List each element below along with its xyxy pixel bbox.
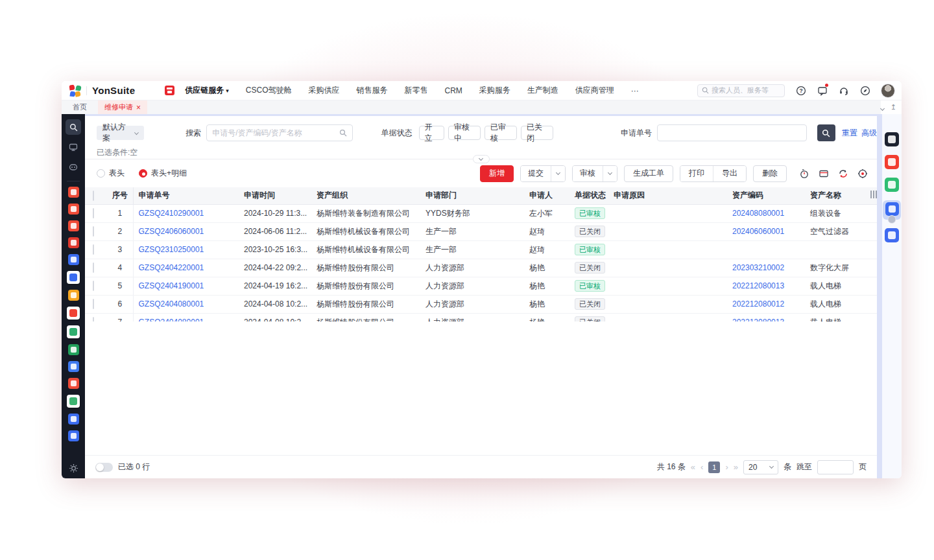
row-checkbox[interactable] [93, 262, 94, 273]
app-alert-red-icon[interactable] [68, 378, 79, 389]
audit-dropdown-icon[interactable] [603, 166, 617, 181]
audit-button[interactable]: 审核 [573, 166, 603, 181]
asset-code-link[interactable]: 202406060001 [732, 227, 784, 236]
doc-no-link[interactable]: GZSQ2406060001 [139, 227, 204, 236]
row-checkbox[interactable] [93, 208, 94, 218]
app-flow-green-icon[interactable] [67, 325, 80, 338]
print-button[interactable]: 打印 [680, 166, 713, 181]
store-icon[interactable] [165, 86, 174, 95]
asset-code-link[interactable]: 202212080012 [732, 299, 784, 309]
scroll-top-icon[interactable]: ↥ [891, 103, 896, 111]
generate-work-order-button[interactable]: 生成工单 [624, 165, 673, 182]
translate-icon[interactable] [885, 202, 899, 216]
tab-active[interactable]: 维修申请× [98, 100, 147, 114]
selected-rows-toggle[interactable] [95, 463, 113, 472]
asset-code-link[interactable]: 202408080001 [732, 209, 784, 218]
alert-icon[interactable] [885, 155, 899, 169]
doc-no-link[interactable]: GZSQ2410290001 [139, 209, 204, 218]
app-leaf-green-icon[interactable] [68, 344, 79, 355]
doc-no-link[interactable]: GZSQ2404080001 [139, 299, 204, 309]
status-option[interactable]: 已审核 [485, 126, 517, 140]
row-checkbox[interactable] [93, 299, 94, 309]
close-icon[interactable]: × [136, 104, 141, 111]
keyword-search-input[interactable]: 申请号/资产编码/资产名称 [206, 124, 352, 141]
collapse-filter-button[interactable] [473, 155, 490, 163]
status-option[interactable]: 审核中 [448, 126, 481, 140]
sidebar-assistant-icon[interactable] [66, 159, 81, 175]
reset-link[interactable]: 重置 [842, 128, 857, 139]
delete-button[interactable]: 删除 [753, 165, 787, 182]
global-search-input[interactable]: 搜索人员、服务等 [697, 84, 785, 97]
help-icon[interactable]: ? [795, 85, 806, 96]
nav-item[interactable]: 供应商管理 [575, 85, 614, 96]
nav-item[interactable]: 新零售 [405, 85, 428, 96]
app-box-blue-icon[interactable] [68, 430, 79, 441]
row-checkbox[interactable] [93, 226, 94, 237]
row-checkbox[interactable] [93, 281, 94, 291]
doc-no-link[interactable]: GZSQ2404220001 [139, 263, 204, 272]
nav-item[interactable]: CRM [445, 86, 462, 95]
message-icon[interactable] [817, 85, 828, 96]
advanced-link[interactable]: 高级 [861, 128, 877, 139]
first-page-icon[interactable]: « [691, 462, 695, 472]
doc-no-link[interactable]: GZSQ2310250001 [139, 245, 204, 254]
asset-code-link[interactable]: 202212080013 [732, 281, 784, 290]
nav-item[interactable]: 销售服务 [357, 85, 388, 96]
asset-code-link[interactable]: 202303210002 [732, 263, 784, 272]
status-option[interactable]: 开立 [419, 126, 444, 140]
column-settings-icon[interactable] [870, 191, 877, 198]
sidebar-settings-icon[interactable] [62, 463, 85, 473]
clipboard-icon[interactable] [885, 228, 899, 242]
app-card-blue-icon[interactable] [67, 271, 80, 284]
submit-button[interactable]: 提交 [521, 166, 551, 181]
select-all-checkbox[interactable] [93, 191, 94, 201]
sidebar-workbench-icon[interactable] [66, 139, 81, 155]
nav-item[interactable]: 采购服务 [479, 85, 510, 96]
docno-input[interactable] [657, 124, 807, 141]
timer-icon[interactable] [798, 168, 809, 179]
headset-icon[interactable] [838, 85, 849, 96]
export-button[interactable]: 导出 [713, 166, 746, 181]
view-option[interactable]: 表头+明细 [139, 168, 187, 179]
last-page-icon[interactable]: » [734, 462, 738, 472]
app-check-green-icon[interactable] [67, 395, 80, 408]
user-avatar[interactable] [881, 84, 895, 98]
nav-item[interactable]: 生产制造 [527, 85, 558, 96]
scrollbar-track[interactable] [877, 114, 882, 478]
widget-badge[interactable] [888, 215, 896, 224]
app-folder-yellow-icon[interactable] [68, 290, 79, 301]
card-icon[interactable] [818, 168, 829, 179]
scheme-select[interactable]: 默认方案 [97, 126, 144, 140]
nav-item[interactable]: 供应链服务▾ [185, 85, 229, 96]
app-grid-blue-icon[interactable] [68, 254, 79, 265]
settings-icon[interactable] [857, 168, 868, 179]
tab-home[interactable]: 首页 [62, 100, 98, 114]
sidebar-search-icon[interactable] [66, 119, 81, 135]
nav-item[interactable]: 采购供应 [309, 85, 340, 96]
row-checkbox[interactable] [93, 244, 94, 255]
filter-search-button[interactable] [817, 124, 835, 141]
app-module-red-icon[interactable] [68, 237, 79, 248]
nav-item[interactable]: CSCO驾驶舱 [246, 85, 292, 96]
view-option[interactable]: 表头 [97, 168, 125, 179]
doc-no-link[interactable]: GZSQ2404190001 [139, 281, 204, 290]
schedule-icon[interactable] [885, 178, 899, 192]
current-page-button[interactable]: 1 [708, 461, 720, 473]
app-mail-red-icon[interactable] [68, 204, 79, 215]
compass-icon[interactable] [859, 85, 870, 96]
page-size-select[interactable]: 20 [743, 460, 778, 474]
add-button[interactable]: 新增 [480, 165, 514, 182]
refresh-icon[interactable] [837, 168, 848, 179]
app-disk-blue-icon[interactable] [68, 414, 79, 425]
app-cloud-blue-icon[interactable] [68, 361, 79, 372]
nav-item[interactable]: ··· [631, 86, 639, 95]
prev-page-icon[interactable]: ‹ [700, 462, 703, 472]
app-chat-red-icon[interactable] [68, 187, 79, 198]
app-doc-red-icon[interactable] [67, 307, 80, 320]
jump-page-input[interactable] [817, 460, 854, 474]
submit-dropdown-icon[interactable] [551, 166, 565, 181]
app-notice-red-icon[interactable] [68, 220, 79, 231]
collapse-tabs-icon[interactable] [881, 104, 884, 111]
next-page-icon[interactable]: › [725, 462, 728, 472]
status-option[interactable]: 已关闭 [521, 126, 553, 140]
